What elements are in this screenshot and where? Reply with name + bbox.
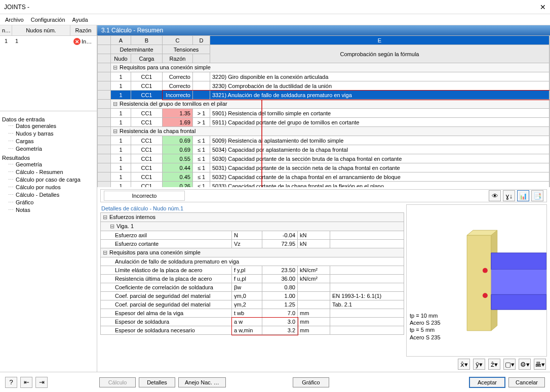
cell-carga[interactable]: CC1 (131, 109, 163, 118)
accept-button[interactable]: Aceptar (469, 377, 505, 388)
cell-carga[interactable]: CC1 (131, 81, 163, 91)
grid-group[interactable]: Requisitos para una conexión simple (111, 63, 549, 72)
cell-desc[interactable]: 5030) Capacidad portante de la sección b… (210, 154, 549, 163)
tree-item[interactable]: Cálculo - Resumen (7, 168, 95, 176)
axis-z-icon[interactable]: ẑ▾ (488, 359, 500, 370)
axis-y-icon[interactable]: ŷ▾ (473, 359, 485, 370)
cell-razon[interactable]: 0.26 (163, 182, 193, 188)
cell-desc[interactable]: 5901) Resistencia del tornillo simple en… (210, 109, 549, 118)
export-btn-icon[interactable]: ⇥ (35, 377, 48, 388)
cell-cmp[interactable]: > 1 (193, 118, 210, 127)
cell-nudo[interactable]: 1 (111, 118, 131, 127)
cell-razon[interactable]: 0.55 (163, 154, 193, 163)
cell-cmp[interactable]: > 1 (193, 109, 210, 118)
cell-razon[interactable]: Incorrecto (163, 91, 193, 100)
col-reason[interactable]: Razón (70, 25, 97, 35)
details-button[interactable]: Detalles (139, 377, 175, 387)
cell-razon[interactable]: 1.69 (163, 118, 193, 127)
detail-group[interactable]: Esfuerzos internos (101, 213, 404, 222)
cell-nudo[interactable]: 1 (111, 81, 131, 91)
cell-nudo[interactable]: 1 (111, 163, 131, 172)
cell-cmp[interactable]: ≤ 1 (193, 182, 210, 188)
eye-icon[interactable]: 👁 (489, 190, 501, 201)
cell-nudo[interactable]: 1 (111, 145, 131, 154)
cell-razon[interactable]: 0.45 (163, 172, 193, 182)
cell-desc[interactable]: 3220) Giro disponible en la conexión art… (210, 72, 549, 81)
cell-carga[interactable]: CC1 (131, 91, 163, 100)
tree-item[interactable]: Geometría (7, 161, 95, 168)
nudos-row[interactable]: 1 1 ✕In… (0, 36, 97, 47)
cell-desc[interactable]: 5033) Capacidad cortante de la chapa fro… (210, 182, 549, 188)
grid-group[interactable]: Resistencia del grupo de tornillos en el… (111, 100, 549, 109)
cell-carga[interactable]: CC1 (131, 172, 163, 182)
cell-carga[interactable]: CC1 (131, 136, 163, 145)
import-icon[interactable]: ⇤ (20, 377, 32, 388)
cell-nudo[interactable]: 1 (111, 172, 131, 182)
cell-nudo[interactable]: 1 (111, 182, 131, 188)
cell-cmp[interactable]: ≤ 1 (193, 172, 210, 182)
cell-desc[interactable]: 5034) Capacidad por aplastamiento de la … (210, 145, 549, 154)
tree-item[interactable]: Geometría (7, 145, 95, 153)
col-nudos-num[interactable]: Nudos núm. (12, 25, 70, 35)
cell-cmp[interactable] (193, 81, 210, 91)
col-c-hdr[interactable]: C (163, 36, 193, 45)
cell-carga[interactable]: CC1 (131, 182, 163, 188)
cell-desc[interactable]: 5031) Capacidad portante de la sección n… (210, 163, 549, 172)
print-icon[interactable]: 🖶▾ (534, 359, 546, 370)
close-icon[interactable]: ✕ (540, 3, 546, 11)
cell-razon[interactable]: 0.69 (163, 145, 193, 154)
cell-razon[interactable]: 1.35 (163, 109, 193, 118)
graphics-3d-view[interactable]: tp = 10 mmAcero S 235tp = 5 mmAcero S 23… (406, 204, 547, 357)
tree-item[interactable]: Cálculo - Detalles (7, 191, 95, 199)
tree-item[interactable]: Gráfico (7, 199, 95, 206)
col-a-hdr[interactable]: A (111, 36, 131, 45)
menu-file[interactable]: Archivo (5, 17, 24, 23)
view-cube-icon[interactable]: ▢▾ (503, 359, 516, 370)
cancel-button[interactable]: Cancelar (508, 377, 545, 387)
cell-desc[interactable]: 5911) Capacidad portante del grupo de to… (210, 118, 549, 127)
cell-cmp[interactable]: ≤ 1 (193, 145, 210, 154)
detail-group[interactable]: Viga. 1 (101, 222, 404, 231)
tree-input[interactable]: Datos de entrada (2, 116, 95, 122)
cell-desc[interactable]: 5009) Resistencia al aplastamiento del t… (210, 136, 549, 145)
cell-cmp[interactable] (193, 91, 210, 100)
cell-carga[interactable]: CC1 (131, 118, 163, 127)
cell-nudo[interactable]: 1 (111, 154, 131, 163)
cell-desc[interactable]: 5032) Capacidad cortante de la chapa fro… (210, 172, 549, 182)
export-icon[interactable]: 📑 (531, 190, 543, 201)
cell-desc[interactable]: 3321) Anulación de fallo de soldadura pr… (210, 91, 549, 100)
axis-x-icon[interactable]: x̂▾ (458, 359, 470, 370)
settings-icon[interactable]: ⚙▾ (519, 359, 531, 370)
chart-icon[interactable]: 📊 (517, 190, 529, 201)
cell-razon[interactable]: 0.69 (163, 136, 193, 145)
cell-carga[interactable]: CC1 (131, 154, 163, 163)
col-b-hdr[interactable]: B (131, 36, 163, 45)
cell-nudo[interactable]: 1 (111, 136, 131, 145)
tree-item[interactable]: Cargas (7, 138, 95, 145)
cell-razon[interactable]: Correcto (163, 72, 193, 81)
menu-config[interactable]: Configuración (31, 17, 65, 23)
tree-results[interactable]: Resultados (2, 155, 95, 161)
col-n[interactable]: n… (0, 25, 12, 35)
cell-cmp[interactable]: ≤ 1 (193, 163, 210, 172)
tree-item[interactable]: Datos generales (7, 122, 95, 130)
cell-cmp[interactable]: ≤ 1 (193, 136, 210, 145)
tree-item[interactable]: Nudos y barras (7, 130, 95, 138)
tree-item[interactable]: Cálculo por caso de carga (7, 176, 95, 184)
tree-item[interactable]: Cálculo por nudos (7, 184, 95, 191)
cell-carga[interactable]: CC1 (131, 72, 163, 81)
filter-icon[interactable]: ɣ↓ (503, 190, 515, 201)
col-d-hdr[interactable]: D (193, 36, 210, 45)
cell-carga[interactable]: CC1 (131, 145, 163, 154)
col-e-hdr[interactable]: E (210, 36, 549, 45)
detail-group[interactable]: Requisitos para una conexión simple (101, 248, 404, 257)
cell-nudo[interactable]: 1 (111, 109, 131, 118)
tree-item[interactable]: Notas (7, 206, 95, 214)
annex-button[interactable]: Anejo Nac. … (178, 377, 226, 387)
grid-group[interactable]: Resistencia de la chapa frontal (111, 127, 549, 136)
cell-razon[interactable]: Correcto (163, 81, 193, 91)
cell-razon[interactable]: 0.44 (163, 163, 193, 172)
calc-button[interactable]: Cálculo (99, 377, 136, 387)
cell-nudo[interactable]: 1 (111, 72, 131, 81)
cell-carga[interactable]: CC1 (131, 163, 163, 172)
